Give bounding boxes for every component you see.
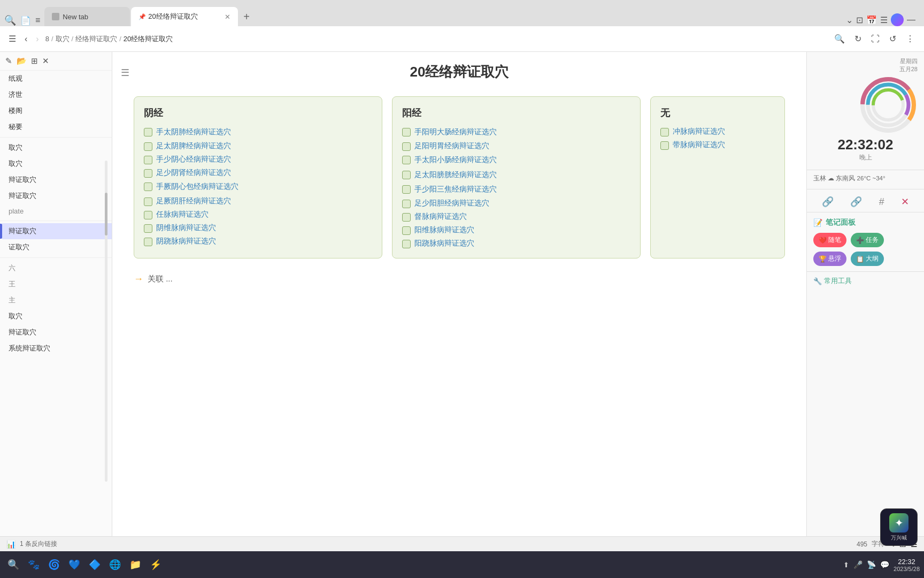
- yang-item-1[interactable]: 足阳明胃经病辩证选穴: [402, 141, 630, 151]
- sidebar-toggle-btn[interactable]: ☰: [6, 32, 18, 46]
- tab-bar-dropdown[interactable]: ⌄: [846, 15, 853, 25]
- wanxing-widget[interactable]: ✦ 万兴喊: [880, 508, 918, 546]
- taskbar-app3[interactable]: 💙: [65, 556, 83, 574]
- new-tab-btn[interactable]: +: [239, 7, 254, 26]
- yang-item-text-5[interactable]: 足少阳胆经病辩证选穴: [414, 199, 489, 208]
- nav-more-btn[interactable]: ⋮: [903, 32, 918, 46]
- yin-item-2[interactable]: 手少阴心经病辩证选穴: [144, 155, 372, 164]
- sidebar-item-miyao[interactable]: 秘要: [0, 119, 112, 135]
- yin-item-text-8[interactable]: 阴跷脉病辩证选穴: [156, 237, 216, 246]
- sidebar-item-zhengquxue[interactable]: 证取穴: [0, 239, 112, 255]
- taskbar-tray-up[interactable]: ⬆: [843, 561, 849, 569]
- yang-item-0[interactable]: 手阳明大肠经病辩证选穴: [402, 127, 630, 138]
- wu-item-1[interactable]: 带脉病辩证选穴: [660, 140, 775, 150]
- outline-toggle-btn[interactable]: ☰: [121, 67, 129, 79]
- status-bar-icon[interactable]: 📊: [6, 540, 16, 549]
- yin-item-0[interactable]: 手太阴肺经病辩证选穴: [144, 127, 372, 138]
- sidebar-item-jishi[interactable]: 济世: [0, 87, 112, 103]
- yin-item-6[interactable]: 任脉病辩证选穴: [144, 210, 372, 219]
- sidebar-tool-open-btn[interactable]: 📂: [17, 56, 27, 66]
- yang-item-text-1[interactable]: 足阳明胃经病辩证选穴: [414, 141, 489, 151]
- nav-refresh-btn[interactable]: ↻: [851, 32, 865, 46]
- right-icon-link2[interactable]: 🔗: [850, 196, 862, 208]
- nav-undo-btn[interactable]: ↺: [886, 32, 899, 46]
- yang-item-text-7[interactable]: 阳维脉病辩证选穴: [414, 225, 474, 235]
- yin-item-text-2[interactable]: 手少阴心经病辩证选穴: [156, 155, 231, 164]
- yang-item-5[interactable]: 足少阳胆经病辩证选穴: [402, 199, 630, 208]
- yin-item-8[interactable]: 阴跷脉病辩证选穴: [144, 237, 372, 246]
- taskbar-vscode[interactable]: 🔷: [86, 556, 104, 574]
- sidebar-tool-close-btn[interactable]: ✕: [42, 56, 49, 66]
- yin-item-1[interactable]: 足太阴脾经病辩证选穴: [144, 141, 372, 151]
- sidebar-item-wang[interactable]: 王: [0, 276, 112, 292]
- taskbar-edge[interactable]: 🌀: [45, 556, 63, 574]
- taskbar-tray-chat[interactable]: 💬: [880, 560, 889, 569]
- tab-bar-split[interactable]: ⊡: [856, 15, 863, 25]
- notes-btn-xuanfu[interactable]: 🏆 悬浮: [813, 252, 846, 266]
- sidebar-item-bianzheng2[interactable]: 辩证取穴: [0, 188, 112, 204]
- relation-text[interactable]: 关联 ...: [148, 274, 173, 284]
- sidebar-item-quxue1[interactable]: 取穴: [0, 140, 112, 156]
- tab-bar-calendar[interactable]: 📅: [866, 15, 877, 25]
- wu-item-text-0[interactable]: 冲脉病辩证选穴: [673, 127, 725, 136]
- taskbar-tray-mic[interactable]: 🎤: [853, 560, 863, 569]
- yin-item-text-6[interactable]: 任脉病辩证选穴: [156, 210, 209, 219]
- taskbar-explorer[interactable]: 📁: [126, 556, 144, 574]
- yin-item-text-5[interactable]: 足厥阴肝经病辩证选穴: [156, 196, 231, 206]
- wu-item-text-1[interactable]: 带脉病辩证选穴: [673, 140, 725, 150]
- yang-item-text-2[interactable]: 手太阳小肠经病辩证选穴: [414, 155, 497, 165]
- tab-new-tab[interactable]: New tab: [44, 7, 130, 26]
- sidebar-item-bianzheng3[interactable]: 辩证取穴: [0, 324, 112, 340]
- tab-bar-minimize[interactable]: —: [907, 15, 915, 25]
- nav-fullscreen-btn[interactable]: ⛶: [868, 32, 883, 46]
- sidebar-item-bianzheng1[interactable]: 辩证取穴: [0, 172, 112, 188]
- yang-item-text-0[interactable]: 手阳明大肠经病辩证选穴: [414, 127, 497, 138]
- yang-item-8[interactable]: 阳跷脉病辩证选穴: [402, 239, 630, 248]
- tab-close-btn[interactable]: ✕: [225, 13, 230, 21]
- yang-item-text-3[interactable]: 足太阳膀胱经病辩证选穴: [414, 170, 497, 180]
- yin-item-text-3[interactable]: 足少阴肾经病辩证选穴: [156, 168, 231, 178]
- taskbar-browser[interactable]: 🌐: [106, 556, 124, 574]
- taskbar-app1[interactable]: 🐾: [25, 556, 43, 574]
- tab-main[interactable]: 📌 20经络辩证取穴 ✕: [131, 7, 238, 26]
- sidebar-scrollbar-thumb[interactable]: [105, 193, 107, 235]
- yang-item-7[interactable]: 阳维脉病辩证选穴: [402, 225, 630, 235]
- notes-btn-renwu[interactable]: ➕ 任务: [851, 233, 884, 247]
- yin-item-text-1[interactable]: 足太阴脾经病辩证选穴: [156, 141, 231, 151]
- relation-link[interactable]: → 关联 ...: [134, 273, 785, 285]
- yin-item-text-0[interactable]: 手太阴肺经病辩证选穴: [156, 127, 231, 138]
- sidebar-item-bianzheng-hl[interactable]: 辩证取穴: [2, 223, 112, 239]
- right-icon-hash[interactable]: #: [879, 196, 884, 208]
- nav-back-btn[interactable]: ‹: [22, 32, 29, 46]
- breadcrumb-jingluo[interactable]: 经络辩证取穴: [75, 34, 117, 44]
- yang-item-text-8[interactable]: 阳跷脉病辩证选穴: [414, 239, 474, 248]
- tab-bar-menu[interactable]: ☰: [880, 15, 888, 25]
- yin-item-7[interactable]: 阴维脉病辩证选穴: [144, 223, 372, 233]
- sidebar-item-liu[interactable]: 六: [0, 260, 112, 276]
- wu-item-0[interactable]: 冲脉病辩证选穴: [660, 127, 775, 136]
- notes-btn-suibi[interactable]: ❤️ 随笔: [813, 233, 846, 247]
- right-icon-close[interactable]: ✕: [901, 196, 909, 208]
- sidebar-item-quxue2[interactable]: 取穴: [0, 156, 112, 172]
- notes-btn-dagang[interactable]: 📋 大纲: [851, 252, 884, 266]
- tab-bar-doc-icon[interactable]: 📄: [20, 16, 31, 26]
- breadcrumb-quxue[interactable]: 取穴: [56, 34, 70, 44]
- yin-item-4[interactable]: 手厥阴心包经病辩证选穴: [144, 181, 372, 192]
- breadcrumb-8[interactable]: 8: [45, 35, 49, 43]
- yang-item-text-4[interactable]: 手少阳三焦经病辩证选穴: [414, 184, 497, 195]
- yang-item-3[interactable]: 足太阳膀胱经病辩证选穴: [402, 170, 630, 180]
- yang-item-4[interactable]: 手少阳三焦经病辩证选穴: [402, 184, 630, 195]
- tab-bar-search-icon[interactable]: 🔍: [4, 14, 16, 26]
- nav-forward-btn[interactable]: ›: [34, 32, 41, 46]
- yang-item-6[interactable]: 督脉病辩证选穴: [402, 212, 630, 222]
- sidebar-item-zhu[interactable]: 主: [0, 292, 112, 308]
- sidebar-item-louge[interactable]: 楼阁: [0, 103, 112, 119]
- sidebar-item-zhiguan[interactable]: 纸观: [0, 71, 112, 87]
- yin-item-3[interactable]: 足少阴肾经病辩证选穴: [144, 168, 372, 178]
- taskbar-tray-network[interactable]: 📡: [867, 560, 876, 569]
- yang-item-text-6[interactable]: 督脉病辩证选穴: [414, 212, 467, 222]
- sidebar-item-quxue3[interactable]: 取穴: [0, 308, 112, 324]
- sidebar-item-plate[interactable]: plate: [0, 204, 112, 218]
- sidebar-tool-new-btn[interactable]: ✎: [5, 56, 12, 66]
- taskbar-terminal[interactable]: ⚡: [147, 556, 165, 574]
